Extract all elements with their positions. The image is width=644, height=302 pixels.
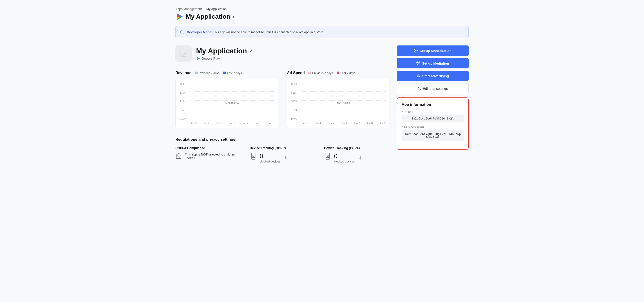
coppa-text: This app is NOT directed to children und… (185, 153, 241, 160)
ccpa-count: 0 (334, 153, 355, 160)
adspend-legend-last: Last 7 days (336, 71, 356, 75)
adspend-chart-grid (302, 83, 386, 118)
adspend-chart-inner: NO DATA Jan 3 Jan 4 Jan 5 Jan 6 Jan 7 Ja… (302, 83, 386, 124)
charts-section: Revenue Previous 7 days Last 7 days (176, 71, 390, 128)
google-play-icon (176, 13, 184, 21)
gdpr-phone-icon (250, 153, 257, 162)
mediation-icon (416, 61, 420, 65)
coppa-item: COPPA Compliance This app is NOT directe… (176, 146, 241, 163)
breadcrumb-current: My Application (206, 7, 226, 11)
monetization-icon (414, 49, 418, 53)
gdpr-title: Device Tracking (GDPR) (250, 146, 315, 150)
gdpr-count: 0 (260, 153, 281, 160)
adspend-prev-dot (308, 72, 311, 74)
privacy-section: Regulations and privacy settings COPPA C… (176, 137, 390, 163)
ccpa-label: blocked devices (334, 160, 355, 163)
revenue-chart: Revenue Previous 7 days Last 7 days (176, 71, 278, 128)
right-sidebar: Set up Monetization Set up Mediation S (397, 46, 468, 150)
svg-rect-19 (327, 155, 328, 157)
svg-rect-15 (253, 155, 254, 157)
gdpr-item: Device Tracking (GDPR) 0 (250, 146, 315, 163)
edit-app-settings-button[interactable]: Edit app settings (397, 83, 468, 94)
revenue-chart-header: Revenue Previous 7 days Last 7 days (176, 71, 278, 75)
start-advertising-button[interactable]: Start advertising (397, 71, 468, 81)
app-icon (176, 46, 192, 62)
ccpa-content: 0 blocked devices ⬇ (324, 153, 390, 163)
coppa-content: This app is NOT directed to children und… (176, 153, 241, 161)
svg-marker-25 (417, 75, 418, 77)
app-platform: Google Play (196, 57, 252, 61)
app-name: My Application (196, 47, 247, 55)
adspend-chart-area: $20K $15K $10K $5K $0.00 (287, 79, 390, 128)
app-id-value: 1a2b3c4d5e6f7g8h9i0j1k2l (402, 115, 464, 122)
info-icon: ⓘ (180, 30, 184, 35)
app-information-card: App information APP ID 1a2b3c4d5e6f7g8h9… (397, 97, 468, 150)
svg-point-6 (182, 52, 183, 53)
external-link-icon[interactable]: ↗ (249, 48, 252, 53)
revenue-chart-grid (190, 83, 274, 118)
revenue-last-dot (223, 72, 226, 74)
adspend-x-labels: Jan 3 Jan 4 Jan 5 Jan 6 Jan 7 Jan 8 Jan … (302, 122, 386, 124)
adspend-no-data: NO DATA (337, 102, 351, 105)
revenue-legend-last: Last 7 days (223, 71, 242, 75)
app-information-title: App information (402, 102, 464, 107)
app-info: My Application ↗ Google Play (196, 47, 252, 61)
svg-rect-24 (418, 64, 419, 65)
adspend-last-dot (336, 72, 339, 74)
developer-mode-banner: ⓘ Developer Mode: This app will not be a… (176, 26, 468, 38)
ccpa-download-icon[interactable]: ⬇ (358, 155, 362, 161)
svg-rect-23 (419, 62, 420, 63)
adspend-legend-prev: Previous 7 days (308, 71, 333, 75)
coppa-title: COPPA Compliance (176, 146, 241, 150)
breadcrumb-separator: / (204, 7, 204, 11)
app-signature-value: 1a2b3c4d5e6f7g8h9i0j1k2l3m4n5o6p7q8r9s0t (402, 130, 464, 141)
revenue-chart-area: $20K $15K $10K $5K $0.00 (176, 79, 278, 128)
adspend-chart: Ad Spend Previous 7 days Last 7 days (287, 71, 390, 128)
app-signature-label: APP SIGNATURE (402, 126, 464, 129)
advertising-icon (416, 74, 420, 78)
app-id-label: APP ID (402, 111, 464, 113)
adspend-legend: Previous 7 days Last 7 days (308, 71, 355, 75)
revenue-legend: Previous 7 days Last 7 days (195, 71, 242, 75)
gdpr-content: 0 blocked devices ⬇ (250, 153, 315, 163)
privacy-grid: COPPA Compliance This app is NOT directe… (176, 146, 390, 163)
app-header-section: My Application ↗ Google Play (176, 46, 390, 62)
left-content: My Application ↗ Google Play (176, 46, 390, 163)
revenue-y-labels: $20K $15K $10K $5K $0.00 (176, 83, 186, 120)
adspend-y-labels: $20K $15K $10K $5K $0.00 (287, 83, 297, 120)
breadcrumb-parent[interactable]: Apps Management (176, 7, 202, 11)
dev-banner-text: Developer Mode: This app will not be abl… (187, 30, 324, 34)
ccpa-item: Device Tracking (CCPA) 0 (324, 146, 390, 163)
adspend-chart-title: Ad Spend (287, 71, 305, 75)
ccpa-title: Device Tracking (CCPA) (324, 146, 390, 150)
main-layout: My Application ↗ Google Play (176, 46, 468, 163)
ccpa-blocked-count: 0 blocked devices ⬇ (334, 153, 362, 163)
page-header: My Application ▾ (176, 13, 468, 21)
ccpa-phone-icon (324, 153, 331, 162)
revenue-prev-dot (195, 72, 198, 74)
revenue-chart-inner: NO DATA Jan 3 Jan 4 Jan 5 Jan 6 Jan 7 Ja… (190, 83, 274, 124)
revenue-no-data: NO DATA (226, 102, 239, 105)
setup-mediation-button[interactable]: Set up Mediation (397, 58, 468, 68)
svg-rect-22 (417, 62, 418, 63)
app-dropdown-button[interactable]: ▾ (232, 14, 234, 19)
gdpr-label: blocked devices (260, 160, 281, 163)
edit-icon (418, 87, 421, 91)
coppa-icon (176, 153, 182, 161)
revenue-chart-title: Revenue (176, 71, 191, 75)
breadcrumb: Apps Management / My Application (176, 7, 468, 11)
gdpr-blocked-count: 0 blocked devices ⬇ (260, 153, 288, 163)
adspend-chart-header: Ad Spend Previous 7 days Last 7 days (287, 71, 390, 75)
revenue-legend-prev: Previous 7 days (195, 71, 220, 75)
platform-icon (196, 57, 200, 61)
page-title: My Application (186, 13, 230, 20)
setup-monetization-button[interactable]: Set up Monetization (397, 46, 468, 56)
privacy-section-title: Regulations and privacy settings (176, 137, 390, 142)
gdpr-download-icon[interactable]: ⬇ (284, 155, 288, 161)
revenue-x-labels: Jan 3 Jan 4 Jan 5 Jan 6 Jan 7 Jan 8 Jan … (190, 122, 274, 124)
